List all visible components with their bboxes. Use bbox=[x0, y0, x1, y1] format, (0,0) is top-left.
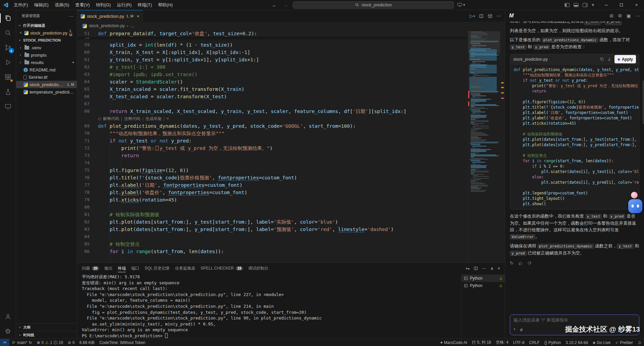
ai-input-box[interactable]: * # bbox=[510, 314, 639, 335]
close-icon[interactable]: × bbox=[19, 31, 22, 35]
forward-button[interactable]: → bbox=[282, 2, 289, 8]
ai-more-icon[interactable]: ⋯ bbox=[635, 13, 640, 18]
minimap[interactable] bbox=[468, 30, 500, 263]
toggle-sidebar-icon[interactable] bbox=[565, 3, 570, 7]
indentation-item[interactable]: 空格: 4 bbox=[493, 339, 511, 346]
context-hash-icon[interactable]: # bbox=[520, 327, 523, 333]
remote-explorer-icon[interactable] bbox=[0, 99, 16, 114]
file-item[interactable]: ›results● bbox=[16, 59, 77, 66]
open-editor-item[interactable]: × stock_prediction.py 1, M bbox=[16, 29, 77, 37]
codetime-item[interactable]: CodeTime: Without Token bbox=[97, 339, 148, 346]
menu-item-H[interactable]: 帮助(H) bbox=[155, 1, 176, 9]
tab-stock-prediction[interactable]: stock_prediction.py 1, M × bbox=[77, 10, 143, 22]
split-terminal-icon[interactable] bbox=[474, 266, 478, 271]
menu-item-R[interactable]: 运行(R) bbox=[114, 1, 135, 9]
source-control-icon[interactable]: 2 bbox=[0, 40, 16, 55]
run-debug-icon[interactable] bbox=[0, 55, 16, 70]
menu-item-F[interactable]: 文件(F) bbox=[11, 1, 31, 9]
project-section-header[interactable]: › STOCK_PREDICTION bbox=[16, 37, 77, 44]
panel-tab-调试控制台[interactable]: 调试控制台 bbox=[248, 263, 268, 274]
maximize-button[interactable] bbox=[614, 0, 629, 10]
toggle-secondary-sidebar-icon[interactable] bbox=[583, 3, 588, 7]
terminal-process-item[interactable]: Python⚠ bbox=[462, 282, 505, 289]
chat-history-icon[interactable]: ▣ bbox=[627, 13, 631, 18]
apply-button[interactable]: ◆ Apply bbox=[614, 55, 636, 63]
testing-icon[interactable] bbox=[0, 84, 16, 99]
file-item[interactable]: ›.venv bbox=[16, 44, 77, 51]
close-panel-icon[interactable]: × bbox=[497, 266, 500, 271]
panel-tab-问题[interactable]: 问题20 bbox=[82, 263, 99, 274]
menu-item-V[interactable]: 查看(V) bbox=[72, 1, 93, 9]
marscode-status-item[interactable]: ◆ MarsCode AI bbox=[438, 339, 470, 346]
close-window-button[interactable]: × bbox=[629, 0, 644, 10]
breadcrumb[interactable]: stock_prediction.py › … bbox=[77, 22, 505, 30]
panel-tab-端口[interactable]: 端口 bbox=[131, 263, 139, 274]
account-icon[interactable] bbox=[0, 309, 16, 324]
file-item[interactable]: ›prompts bbox=[16, 51, 77, 59]
timeline-section-header[interactable]: › 时间线 bbox=[16, 331, 77, 339]
sidebar-more-actions-icon[interactable]: ⋯ bbox=[69, 13, 73, 19]
ai-hint-close-icon[interactable]: × bbox=[167, 115, 169, 122]
toggle-panel-icon[interactable] bbox=[574, 3, 579, 7]
notifications-bell-item[interactable] bbox=[635, 339, 644, 346]
thumbs-up-icon[interactable] bbox=[518, 261, 523, 266]
copy-code-icon[interactable] bbox=[600, 57, 604, 61]
file-item[interactable]: README.md bbox=[16, 66, 77, 73]
panel-more-icon[interactable]: ⋯ bbox=[482, 266, 486, 271]
minimize-button[interactable]: ─ bbox=[599, 0, 614, 10]
panel-tab-SPELL CHECKER[interactable]: SPELL CHECKER19 bbox=[201, 263, 243, 274]
more-actions-icon[interactable]: ⋯ bbox=[496, 13, 501, 18]
thumbs-down-icon[interactable] bbox=[527, 261, 532, 266]
ai-code-block[interactable]: def plot_predictions_dynamic(dates, y_te… bbox=[510, 64, 639, 209]
run-python-file-button[interactable]: ▷▾ bbox=[470, 13, 475, 18]
menu-item-E[interactable]: 编辑(E) bbox=[31, 1, 52, 9]
menu-item-T[interactable]: 终端(T) bbox=[135, 1, 155, 9]
new-chat-icon[interactable]: ⊞ bbox=[609, 13, 613, 18]
python-interpreter-item[interactable]: 3.10.2 64-bit bbox=[563, 339, 590, 346]
ai-settings-gear-icon[interactable]: ⚙ bbox=[618, 13, 622, 18]
sync-icon[interactable]: ↻ bbox=[29, 340, 32, 345]
ai-mascot[interactable] bbox=[628, 192, 642, 213]
ai-hint-action[interactable]: 生成单测 bbox=[145, 115, 161, 122]
code-editor[interactable]: 51 def prepare_data(df, target_col='收盘',… bbox=[77, 30, 505, 263]
insert-code-icon[interactable] bbox=[607, 57, 611, 61]
terminal-output[interactable]: 平均绝对误差(MAE): 5.9178发生错误: min() arg is an… bbox=[77, 274, 461, 339]
cursor-position-item[interactable]: 行 5, 列 18 bbox=[470, 339, 493, 346]
eol-item[interactable]: CRLF bbox=[527, 339, 542, 346]
panel-tab-输出[interactable]: 输出 bbox=[104, 263, 112, 274]
sticky-scroll-line[interactable]: 51 def prepare_data(df, target_col='收盘',… bbox=[77, 30, 468, 37]
slash-command-icon[interactable]: * bbox=[514, 327, 515, 333]
split-editor-icon[interactable] bbox=[479, 14, 484, 18]
back-button[interactable]: ← bbox=[271, 2, 278, 8]
open-editors-section-header[interactable]: › 打开的编辑器 bbox=[16, 22, 77, 29]
remote-indicator[interactable]: >< bbox=[0, 339, 9, 346]
problems-item[interactable]: ⊗0 ⚠1 19 bbox=[34, 339, 65, 346]
settings-gear-icon[interactable]: ⚙ bbox=[0, 324, 16, 339]
breadcrumb-more[interactable]: … bbox=[130, 23, 135, 28]
avatar[interactable] bbox=[631, 192, 638, 198]
customize-layout-icon[interactable]: ▾ bbox=[592, 2, 594, 7]
terminal-process-item[interactable]: Python⚠ bbox=[462, 275, 505, 282]
panel-tab-终端[interactable]: 终端 bbox=[118, 263, 126, 274]
panel-tab-任务监视器[interactable]: 任务监视器 bbox=[175, 263, 195, 274]
file-item[interactable]: stock_prediction.py1, M bbox=[16, 81, 77, 88]
ai-scrollbar[interactable] bbox=[643, 80, 644, 124]
language-mode-item[interactable]: {} Python bbox=[542, 339, 563, 346]
code-scroll[interactable]: 51 def prepare_data(df, target_col='收盘',… bbox=[77, 30, 468, 263]
panel-tab-SQL 历史记录[interactable]: SQL 历史记录 bbox=[145, 263, 170, 274]
outline-section-header[interactable]: › 大纲 bbox=[16, 323, 77, 331]
new-terminal-icon[interactable]: +▾ bbox=[466, 266, 470, 271]
file-item[interactable]: SimHei.ttf bbox=[16, 73, 77, 81]
regenerate-icon[interactable]: ↻ bbox=[510, 260, 514, 267]
git-branch-item[interactable]: main* ↻ bbox=[9, 339, 35, 346]
breadcrumb-file[interactable]: stock_prediction.py bbox=[89, 23, 125, 28]
ai-message-input[interactable] bbox=[514, 318, 636, 323]
search-sidebar-icon[interactable] bbox=[0, 25, 16, 40]
menu-item-G[interactable]: 转到(G) bbox=[93, 1, 114, 9]
go-live-item[interactable]: ◉ Go Live bbox=[590, 339, 613, 346]
explorer-icon[interactable] bbox=[0, 11, 16, 25]
prettier-item[interactable]: ✓ Prettier bbox=[613, 339, 635, 346]
file-item[interactable]: temperature_prediction.py bbox=[16, 88, 77, 96]
maximize-panel-icon[interactable]: ∧ bbox=[490, 266, 494, 271]
robot-assistant-icon[interactable] bbox=[628, 199, 642, 213]
